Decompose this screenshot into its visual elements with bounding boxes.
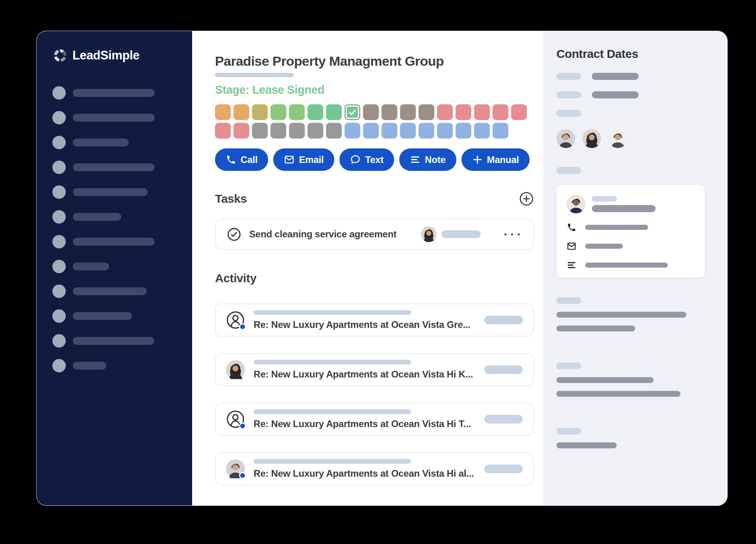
activity-section-header: Activity [215, 272, 534, 285]
action-label: Note [425, 154, 446, 165]
stage-square-orange[interactable] [215, 104, 231, 120]
sidebar-item-7[interactable] [52, 235, 192, 248]
unread-indicator [239, 472, 246, 479]
task-item[interactable]: Send cleaning service agreement [215, 218, 534, 250]
sidebar-item-label-placeholder [73, 114, 155, 122]
field-value-placeholder [556, 326, 635, 331]
sidebar-item-label-placeholder [73, 312, 132, 320]
activity-item[interactable]: Re: New Luxury Apartments at Ocean Vista… [215, 303, 534, 337]
stage-square-gray[interactable] [326, 123, 342, 139]
sidebar-item-9[interactable] [52, 285, 192, 298]
contact-detail-placeholder [585, 263, 668, 268]
stage-pipeline-row-1 [215, 104, 534, 120]
date-label-placeholder [556, 73, 581, 80]
sidebar-item-2[interactable] [52, 111, 192, 124]
task-list: Send cleaning service agreement [215, 218, 534, 250]
sidebar-item-label-placeholder [73, 263, 109, 270]
brand-name: LeadSimple [72, 48, 139, 63]
stage-square-orange[interactable] [233, 104, 249, 120]
stage-square-red[interactable] [493, 104, 508, 120]
stage-square-blue[interactable] [400, 123, 416, 139]
stage-square-green[interactable] [289, 104, 305, 120]
contact-detail-placeholder [585, 244, 623, 249]
activity-item[interactable]: Re: New Luxury Apartments at Ocean Vista… [215, 353, 534, 386]
task-menu-button[interactable] [504, 233, 520, 235]
avatar-man [226, 459, 245, 478]
stage-square-gray[interactable] [308, 123, 323, 139]
stage-square-brown[interactable] [382, 104, 397, 120]
sidebar-item-5[interactable] [52, 185, 192, 199]
stage-square-red[interactable] [215, 123, 231, 139]
activity-item[interactable]: Re: New Luxury Apartments at Ocean Vista… [215, 403, 534, 436]
field-value-placeholder [556, 312, 686, 318]
sidebar-item-icon-placeholder [52, 285, 66, 298]
brand: LeadSimple [37, 48, 192, 63]
activity-title: Re: New Luxury Apartments at Ocean Vista… [254, 369, 473, 380]
stage-square-teal[interactable] [326, 104, 342, 120]
note-lines-icon [567, 260, 576, 270]
contract-date-row [556, 73, 714, 80]
task-check-icon[interactable] [227, 227, 241, 242]
sidebar-item-4[interactable] [52, 161, 192, 174]
contact-detail-row [567, 222, 695, 232]
stage-square-blue[interactable] [363, 123, 379, 139]
action-button-note[interactable]: Note [399, 148, 456, 171]
action-button-text[interactable]: Text [339, 148, 394, 171]
action-label: Text [365, 154, 384, 165]
stage-square-gray[interactable] [271, 123, 286, 139]
sidebar-item-8[interactable] [52, 260, 192, 273]
stage-pipeline-row-2 [215, 123, 534, 139]
stage-square-red[interactable] [233, 123, 249, 139]
field-label-placeholder [556, 110, 581, 117]
sidebar-item-icon-placeholder [52, 309, 66, 323]
stage-square-red[interactable] [474, 104, 490, 120]
task-meta [421, 226, 522, 242]
field-group-1 [556, 297, 714, 331]
stage-square-current[interactable] [345, 104, 360, 120]
stage-square-red[interactable] [437, 104, 453, 120]
stage-square-brown[interactable] [400, 104, 416, 120]
right-panel-field-groups [556, 297, 714, 448]
page-title: Paradise Property Managment Group [215, 54, 534, 69]
stage-square-brown[interactable] [419, 104, 434, 120]
field-value-placeholder [556, 391, 680, 397]
sidebar-item-11[interactable] [52, 334, 192, 348]
field-label-placeholder [556, 363, 581, 369]
stage-square-blue[interactable] [345, 123, 360, 139]
stage-square-red[interactable] [511, 104, 527, 120]
stage-label: Stage: Lease Signed [215, 83, 534, 96]
stage-square-brown[interactable] [363, 104, 379, 120]
envelope-icon [567, 241, 576, 251]
sidebar-item-6[interactable] [52, 210, 192, 224]
activity-time-placeholder [484, 415, 523, 424]
sidebar-item-10[interactable] [52, 309, 192, 323]
add-task-button[interactable] [519, 191, 534, 206]
stage-square-gray[interactable] [252, 123, 268, 139]
date-value-placeholder [592, 91, 639, 98]
sidebar-item-3[interactable] [52, 136, 192, 149]
action-button-manual[interactable]: Manual [461, 148, 530, 171]
stage-square-blue[interactable] [437, 123, 453, 139]
contact-detail-row [567, 241, 695, 251]
activity-meta-placeholder [254, 360, 411, 365]
plus-icon [472, 154, 483, 165]
tasks-section-header: Tasks [215, 191, 534, 206]
sidebar-item-icon-placeholder [52, 260, 66, 273]
stage-square-olive[interactable] [252, 104, 268, 120]
field-value-placeholder [556, 442, 617, 448]
stage-square-red[interactable] [456, 104, 471, 120]
stage-square-green[interactable] [271, 104, 286, 120]
sidebar-item-12[interactable] [52, 359, 192, 372]
stage-square-blue[interactable] [456, 123, 471, 139]
action-button-email[interactable]: Email [273, 148, 334, 171]
stage-square-blue[interactable] [382, 123, 397, 139]
stage-square-blue[interactable] [474, 123, 490, 139]
stage-square-blue[interactable] [493, 123, 508, 139]
stage-square-teal[interactable] [308, 104, 323, 120]
activity-text-block: Re: New Luxury Apartments at Ocean Vista… [254, 459, 474, 479]
stage-square-blue[interactable] [419, 123, 434, 139]
activity-item[interactable]: Re: New Luxury Apartments at Ocean Vista… [215, 452, 534, 485]
action-button-call[interactable]: Call [215, 148, 268, 171]
sidebar-item-1[interactable] [52, 86, 192, 100]
stage-square-gray[interactable] [289, 123, 305, 139]
